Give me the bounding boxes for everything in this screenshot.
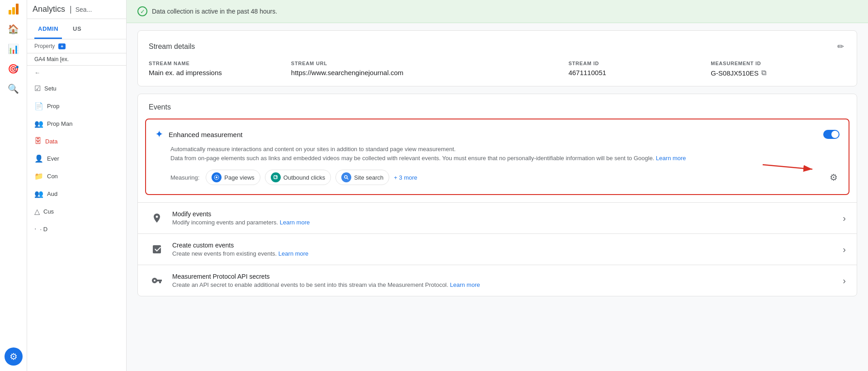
measuring-row: Measuring: Page views Outbound clicks (170, 170, 840, 185)
create-events-icon (149, 241, 165, 257)
menu-item-data[interactable]: 🗄 Data (27, 133, 126, 150)
gear-area: ⚙ (828, 172, 840, 183)
checkbox-icon: ☑ (34, 84, 41, 93)
menu-item-aud-label: Aud (47, 190, 57, 197)
analytics-logo (9, 4, 19, 14)
notification-bar: ✓ Data collection is active in the past … (127, 0, 868, 23)
site-search-chip: Site search (335, 170, 389, 185)
menu-item-ever[interactable]: 👤 Ever (27, 150, 126, 167)
property-badge: + (58, 43, 66, 49)
measurement-protocol-icon (149, 272, 165, 289)
check-circle-icon: ✓ (137, 6, 147, 16)
tab-admin[interactable]: ADMIN (34, 19, 62, 39)
menu-item-cus-label: Cus (43, 208, 54, 215)
person-icon: 👤 (34, 154, 43, 163)
back-arrow-icon: ← (34, 69, 40, 76)
notification-message: Data collection is active in the past 48… (152, 8, 277, 15)
copy-icon[interactable]: ⧉ (761, 69, 766, 77)
menu-item-d[interactable]: · · D (27, 220, 126, 238)
site-search-icon (341, 172, 351, 182)
bar-chart-icon[interactable]: 📊 (5, 40, 23, 58)
menu-item-con[interactable]: 📁 Con (27, 167, 126, 185)
menu-item-d-label: · D (40, 226, 47, 233)
toggle-check-icon: ✓ (834, 131, 838, 136)
stream-id-field: STREAM ID 4671110051 (568, 61, 703, 77)
measurement-id-field: MEASUREMENT ID G-S08JX510ES ⧉ (711, 61, 846, 77)
stream-id-label: STREAM ID (568, 61, 703, 66)
search-label[interactable]: Sea... (75, 6, 92, 13)
home-icon[interactable]: 🏠 (5, 20, 23, 38)
modify-events-icon (149, 210, 165, 226)
storage-icon: 🗄 (34, 137, 42, 145)
svg-line-6 (763, 165, 812, 169)
tab-us[interactable]: US (69, 19, 85, 39)
sidebar-icons: 🏠 📊 🎯 🔍 ⚙ (0, 0, 27, 371)
enhanced-title: Enhanced measurement (169, 131, 242, 138)
site-search-label: Site search (354, 174, 383, 181)
menu-item-aud[interactable]: 👥 Aud (27, 185, 126, 203)
enhanced-measurement-box: ✦ Enhanced measurement ✓ Automatically m… (145, 119, 849, 195)
stream-name-value: Main ex. ad impressions (149, 69, 284, 76)
svg-point-1 (216, 176, 217, 178)
edit-icon-button[interactable]: ✏ (835, 40, 846, 53)
create-events-learn-more[interactable]: Learn more (278, 250, 308, 257)
enhanced-header: ✦ Enhanced measurement ✓ (155, 128, 840, 140)
menu-item-prop-man[interactable]: 👥 Prop Man (27, 115, 126, 133)
outbound-clicks-chip: Outbound clicks (265, 170, 331, 185)
stream-fields: STREAM NAME Main ex. ad impressions STRE… (149, 61, 846, 77)
left-panel: Analytics | Sea... ADMIN US Property + G… (27, 0, 127, 371)
group-icon: 👥 (34, 119, 43, 128)
gear-settings-button[interactable]: ⚙ (828, 171, 840, 184)
stream-details-title: Stream details (149, 43, 195, 51)
modify-events-learn-more[interactable]: Learn more (280, 219, 310, 226)
triangle-icon: △ (34, 207, 40, 216)
stream-details-header: Stream details ✏ (149, 40, 846, 53)
search-separator: | (70, 5, 72, 14)
menu-item-setup[interactable]: ☑ Setu (27, 80, 126, 97)
stream-url-value: https://www.searchenginejournal.com (291, 69, 561, 76)
measurement-protocol-desc: Create an API secret to enable additiona… (172, 281, 835, 288)
menu-item-prop[interactable]: 📄 Prop (27, 97, 126, 115)
toggle-switch[interactable]: ✓ (823, 130, 840, 139)
enhanced-description: Automatically measure interactions and c… (170, 145, 840, 162)
more-link[interactable]: + 3 more (394, 174, 417, 181)
red-arrow (754, 156, 826, 178)
target-icon[interactable]: 🎯 (5, 60, 23, 78)
measurement-protocol-item[interactable]: Measurement Protocol API secrets Create … (138, 265, 857, 296)
events-title: Events (138, 94, 857, 119)
back-button[interactable]: ← (27, 66, 126, 80)
settings-icon[interactable]: ⚙ (5, 347, 23, 366)
menu-item-prop-man-label: Prop Man (47, 120, 72, 127)
enhanced-toggle[interactable]: ✓ (823, 130, 840, 139)
dot-icon: · (34, 225, 36, 233)
stream-id-value: 4671110051 (568, 69, 703, 76)
sparkle-icon: ✦ (155, 128, 163, 140)
outbound-clicks-label: Outbound clicks (283, 174, 326, 181)
modify-events-item[interactable]: Modify events Modify incoming events and… (138, 202, 857, 233)
folder-icon: 📁 (34, 172, 43, 181)
events-card: Events ✦ Enhanced measurement ✓ Automati… (137, 94, 857, 296)
create-events-desc: Create new events from existing events. … (172, 250, 835, 257)
page-views-icon (212, 172, 222, 182)
create-custom-events-item[interactable]: Create custom events Create new events f… (138, 233, 857, 265)
description-icon: 📄 (34, 102, 43, 110)
menu-item-cus[interactable]: △ Cus (27, 203, 126, 220)
outbound-clicks-icon (271, 172, 281, 182)
modify-events-title: Modify events (172, 210, 835, 218)
create-events-title: Create custom events (172, 242, 835, 249)
page-views-chip: Page views (206, 170, 260, 185)
menu-item-con-label: Con (47, 173, 58, 180)
admin-tabs: ADMIN US (27, 19, 126, 39)
measurement-id-value: G-S08JX510ES (711, 69, 759, 77)
menu-item-ever-label: Ever (47, 155, 59, 162)
search-circle-icon[interactable]: 🔍 (5, 80, 23, 98)
menu-item-setup-label: Setu (44, 85, 57, 92)
menu-item-data-label: Data (45, 138, 57, 145)
measurement-protocol-learn-more[interactable]: Learn more (450, 281, 480, 288)
main-content: ✓ Data collection is active in the past … (127, 0, 868, 371)
enhanced-learn-more-link[interactable]: Learn more (656, 155, 686, 162)
modify-events-chevron: › (843, 213, 846, 224)
create-events-chevron: › (843, 244, 846, 255)
modify-events-text: Modify events Modify incoming events and… (172, 210, 835, 226)
stream-name-label: STREAM NAME (149, 61, 284, 66)
